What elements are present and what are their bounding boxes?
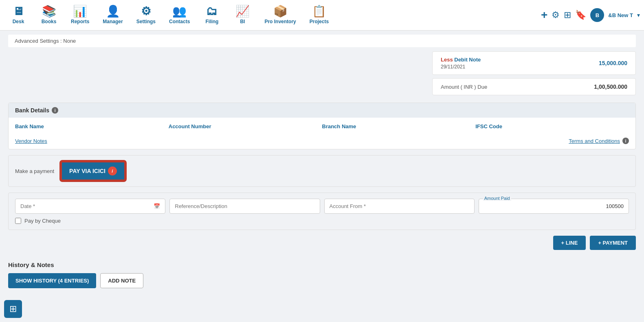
amount-due-label: Amount ( INR ) Due: [441, 84, 487, 90]
bank-details-table: Bank Name Account Number Branch Name IFS…: [9, 118, 635, 136]
bank-details-section: Bank Details i Bank Name Account Number …: [8, 103, 636, 149]
pay-cheque-label: Pay by Cheque: [24, 218, 61, 224]
debit-note-card: Less Debit Note 29/11/2021 15,000.000: [432, 51, 636, 75]
user-dropdown-arrow[interactable]: ▾: [637, 12, 640, 18]
avatar[interactable]: B: [590, 8, 604, 22]
proinventory-icon: 📦: [273, 4, 288, 18]
amount-due-card: Amount ( INR ) Due 1,00,500.000: [432, 78, 636, 95]
user-initial: B: [596, 12, 599, 18]
settings-icon: ⚙: [141, 4, 151, 18]
nav-item-bi[interactable]: 📈 BI: [228, 0, 257, 31]
bank-col-ifsc-code: IFSC Code: [475, 123, 629, 133]
make-payment-row: Make a payment PAY VIA ICICI i: [15, 161, 629, 181]
nav-label-proinventory: Pro Inventory: [264, 19, 296, 24]
bi-icon: 📈: [235, 4, 250, 18]
date-input[interactable]: [20, 203, 154, 209]
action-buttons-row: + LINE + PAYMENT: [8, 236, 636, 252]
grid-icon[interactable]: ⊞: [564, 10, 571, 20]
main-content: Advanced Settings : None Less Debit Note…: [0, 31, 644, 296]
pay-via-label: PAY VIA ICICI: [69, 168, 106, 174]
nav-item-contacts[interactable]: 👥 Contacts: [163, 0, 196, 31]
add-note-button[interactable]: ADD NOTE: [100, 273, 143, 288]
amount-paid-value: 100500: [479, 199, 629, 213]
history-section: History & Notes SHOW HISTORY (4 ENTRIES)…: [8, 258, 636, 291]
filing-icon: 🗂: [206, 4, 218, 18]
nav-label-reports: Reports: [71, 19, 89, 24]
gear-icon[interactable]: ⚙: [552, 10, 560, 20]
user-name[interactable]: &B New T: [608, 12, 633, 18]
debit-note-title: Less Debit Note: [441, 57, 481, 63]
summary-cards: Less Debit Note 29/11/2021 15,000.000 Am…: [432, 51, 636, 99]
nav-item-reports[interactable]: 📊 Reports: [65, 0, 95, 31]
nav-item-filing[interactable]: 🗂 Filing: [198, 0, 226, 31]
advanced-settings-bar: Advanced Settings : None: [8, 35, 636, 47]
nav-items: 🖥 Desk 📚 Books 📊 Reports 👤 Manager ⚙ Set…: [4, 0, 541, 31]
amount-paid-field: Amount Paid 100500: [479, 199, 629, 214]
bank-details-title: Bank Details: [15, 107, 49, 114]
nav-item-settings[interactable]: ⚙ Settings: [131, 0, 161, 31]
nav-item-desk[interactable]: 🖥 Desk: [4, 0, 33, 31]
bank-col-branch-name: Branch Name: [322, 123, 476, 133]
nav-label-filing: Filing: [205, 19, 218, 24]
bank-col-bank-name: Bank Name: [15, 123, 169, 133]
amount-due-amount: 1,00,500.000: [594, 83, 627, 90]
bank-details-info-icon: i: [52, 107, 58, 114]
bank-col-account-number: Account Number: [169, 123, 322, 133]
advanced-settings-label: Advanced Settings :: [15, 38, 62, 44]
manager-icon: 👤: [106, 4, 120, 18]
advanced-settings-value: None: [63, 38, 76, 44]
account-from-input[interactable]: [330, 203, 469, 209]
reference-description-input[interactable]: [175, 203, 314, 209]
terms-conditions-link[interactable]: Terms and Conditions: [569, 138, 620, 144]
nav-label-bi: BI: [240, 19, 245, 24]
nav-label-books: Books: [42, 19, 57, 24]
nav-label-settings: Settings: [136, 19, 156, 24]
calendar-icon: 📅: [154, 203, 160, 209]
nav-item-projects[interactable]: 📋 Projects: [304, 0, 334, 31]
debit-note-date: 29/11/2021: [441, 64, 481, 70]
debit-note-card-left: Less Debit Note 29/11/2021: [441, 57, 481, 70]
account-from-field[interactable]: [324, 199, 475, 214]
contacts-icon: 👥: [172, 4, 187, 18]
debit-note-type: Debit Note: [454, 57, 481, 63]
terms-info-icon: i: [622, 138, 629, 144]
payment-form-row: 📅 Amount Paid 100500: [15, 199, 629, 214]
payment-section: Make a payment PAY VIA ICICI i: [8, 155, 636, 187]
nav-item-books[interactable]: 📚 Books: [35, 0, 63, 31]
history-buttons: SHOW HISTORY (4 ENTRIES) ADD NOTE: [8, 273, 636, 288]
pay-cheque-row: Pay by Cheque: [15, 218, 629, 224]
pay-cheque-checkbox[interactable]: [15, 218, 21, 224]
reference-description-field[interactable]: [169, 199, 320, 214]
amount-due-card-left: Amount ( INR ) Due: [441, 84, 487, 90]
nav-item-proinventory[interactable]: 📦 Pro Inventory: [259, 0, 301, 31]
payment-form-section: 📅 Amount Paid 100500 Pay by Cheque: [8, 193, 636, 230]
make-payment-label: Make a payment: [15, 168, 54, 174]
nav-label-desk: Desk: [13, 19, 24, 24]
books-icon: 📚: [42, 4, 56, 18]
vendor-notes-link[interactable]: Vendor Notes: [15, 138, 47, 144]
bank-details-header: Bank Details i: [9, 103, 635, 118]
date-field[interactable]: 📅: [15, 199, 165, 214]
history-title: History & Notes: [8, 261, 636, 268]
debit-note-amount: 15,000.000: [599, 60, 627, 66]
amount-paid-label: Amount Paid: [483, 196, 511, 201]
reports-icon: 📊: [73, 4, 87, 18]
icici-icon: i: [108, 166, 117, 175]
top-nav: 🖥 Desk 📚 Books 📊 Reports 👤 Manager ⚙ Set…: [0, 0, 644, 31]
nav-label-contacts: Contacts: [169, 19, 190, 24]
projects-icon: 📋: [312, 4, 326, 18]
nav-label-projects: Projects: [310, 19, 329, 24]
debit-note-prefix: Less: [441, 57, 454, 63]
desk-icon: 🖥: [13, 4, 24, 18]
pay-via-icici-button[interactable]: PAY VIA ICICI i: [61, 161, 125, 181]
add-button[interactable]: +: [541, 9, 547, 22]
show-history-button[interactable]: SHOW HISTORY (4 ENTRIES): [8, 273, 96, 288]
add-payment-button[interactable]: + PAYMENT: [590, 236, 636, 250]
summary-area: Less Debit Note 29/11/2021 15,000.000 Am…: [8, 51, 636, 99]
nav-item-manager[interactable]: 👤 Manager: [97, 0, 128, 31]
nav-right: + ⚙ ⊞ 🔖 B &B New T ▾: [541, 8, 640, 22]
nav-label-manager: Manager: [103, 19, 123, 24]
add-line-button[interactable]: + LINE: [553, 236, 586, 250]
bookmark-icon[interactable]: 🔖: [575, 10, 586, 20]
bank-links-row: Vendor Notes Terms and Conditions i: [9, 136, 635, 149]
